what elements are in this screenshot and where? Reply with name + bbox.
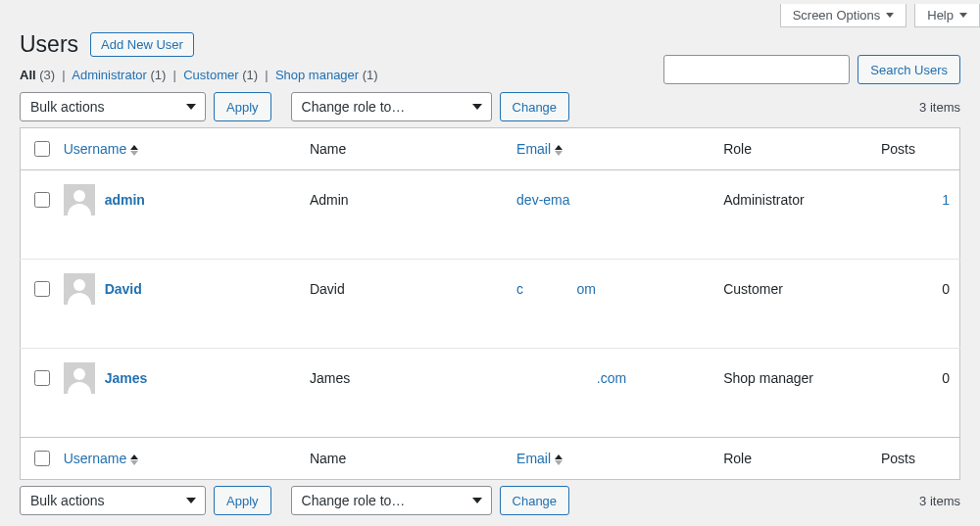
change-role-button-bottom[interactable]: Change	[500, 486, 570, 515]
cell-posts: 0	[871, 260, 960, 349]
username-link[interactable]: James	[105, 370, 148, 386]
bulk-apply-button[interactable]: Apply	[214, 92, 271, 121]
email-link[interactable]: .com	[516, 370, 626, 386]
sort-down-icon	[130, 460, 138, 465]
col-name: Name	[300, 438, 507, 480]
col-role: Role	[713, 128, 871, 170]
sort-up-icon	[130, 454, 138, 459]
sort-down-icon	[555, 151, 563, 156]
cell-name: David	[300, 260, 507, 349]
username-link[interactable]: admin	[105, 192, 145, 208]
search-users-button[interactable]: Search Users	[858, 55, 960, 84]
users-table: Username Name Email Role Posts admin Adm…	[20, 127, 960, 480]
col-email-sort[interactable]: Email	[516, 141, 563, 157]
table-row: admin Admin dev-ema Administrator 1	[21, 170, 960, 260]
table-row: David David c om Customer 0	[21, 260, 960, 349]
page-title: Users	[20, 31, 78, 58]
screen-options-label: Screen Options	[793, 8, 881, 23]
screen-options-tab[interactable]: Screen Options	[780, 4, 907, 27]
col-username-sort[interactable]: Username	[64, 451, 139, 466]
items-count-bottom: 3 items	[919, 494, 960, 508]
sort-down-icon	[130, 151, 138, 156]
cell-name: James	[300, 349, 507, 438]
help-tab[interactable]: Help	[914, 4, 980, 27]
filter-administrator[interactable]: Administrator	[72, 68, 147, 82]
col-role: Role	[713, 438, 871, 480]
posts-link[interactable]: 1	[942, 192, 950, 208]
change-role-select[interactable]: Change role to…	[291, 92, 492, 121]
cell-posts: 0	[871, 349, 960, 438]
sort-up-icon	[555, 145, 563, 150]
change-role-button[interactable]: Change	[500, 92, 570, 121]
col-name: Name	[300, 128, 507, 170]
avatar	[64, 273, 95, 305]
col-posts: Posts	[871, 438, 960, 480]
table-row: James James .com Shop manager 0	[21, 349, 960, 438]
search-input[interactable]	[663, 55, 850, 84]
items-count: 3 items	[919, 100, 960, 115]
email-link[interactable]: c om	[516, 281, 596, 297]
bulk-apply-button-bottom[interactable]: Apply	[214, 486, 271, 515]
col-posts: Posts	[871, 128, 960, 170]
cell-role: Customer	[713, 260, 871, 349]
add-new-user-button[interactable]: Add New User	[90, 32, 194, 57]
bulk-actions-select-bottom[interactable]: Bulk actions	[20, 486, 206, 515]
cell-role: Administrator	[713, 170, 871, 260]
username-link[interactable]: David	[105, 281, 142, 297]
bulk-actions-select[interactable]: Bulk actions	[20, 92, 206, 121]
row-checkbox[interactable]	[34, 281, 50, 297]
cell-role: Shop manager	[713, 349, 871, 438]
change-role-select-bottom[interactable]: Change role to…	[291, 486, 492, 515]
select-all-bottom[interactable]	[34, 451, 50, 466]
row-checkbox[interactable]	[34, 192, 50, 208]
help-label: Help	[927, 8, 954, 23]
cell-name: Admin	[300, 170, 507, 260]
sort-up-icon	[130, 145, 138, 150]
col-username-sort[interactable]: Username	[64, 141, 139, 157]
avatar	[64, 184, 95, 215]
filter-customer[interactable]: Customer	[183, 68, 238, 82]
caret-down-icon	[959, 13, 967, 18]
caret-down-icon	[886, 13, 894, 18]
filter-all[interactable]: All	[20, 68, 36, 82]
sort-up-icon	[555, 454, 563, 459]
filter-shop-manager[interactable]: Shop manager	[275, 68, 359, 82]
col-email-sort[interactable]: Email	[516, 451, 563, 466]
sort-down-icon	[555, 460, 563, 465]
email-link[interactable]: dev-ema	[516, 192, 569, 208]
avatar	[64, 362, 95, 394]
select-all-top[interactable]	[34, 141, 50, 157]
row-checkbox[interactable]	[34, 370, 50, 386]
